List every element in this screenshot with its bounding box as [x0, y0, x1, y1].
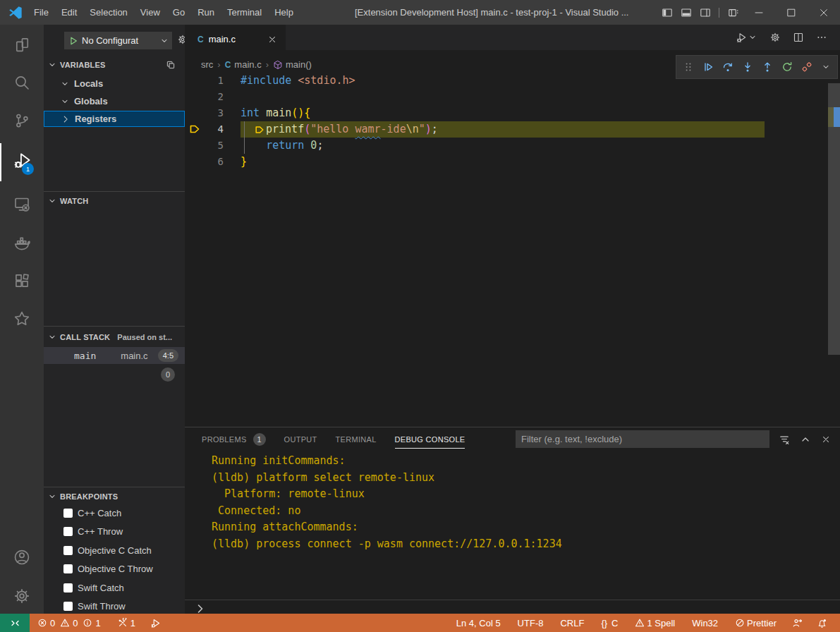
step-into-icon[interactable]: [742, 61, 753, 73]
more-actions-icon[interactable]: [816, 32, 827, 43]
cursor-position[interactable]: Ln 4, Col 5: [448, 614, 509, 632]
editor-tab-bar: C main.c: [185, 25, 840, 50]
tab-label: main.c: [209, 34, 236, 44]
checkbox[interactable]: [63, 564, 73, 573]
activity-settings[interactable]: [0, 577, 44, 615]
section-divider: [44, 191, 185, 192]
close-button[interactable]: [808, 0, 840, 25]
code-line-5[interactable]: 5 return 0;: [185, 138, 840, 154]
minimize-button[interactable]: [743, 0, 775, 25]
tools-status[interactable]: 1: [114, 614, 139, 632]
spell-checker-status[interactable]: 1 Spell: [626, 614, 683, 632]
breakpoint-swift-catch[interactable]: Swift Catch: [44, 578, 185, 597]
menu-file[interactable]: File: [28, 0, 55, 25]
activity-remote-explorer[interactable]: [0, 185, 44, 223]
restart-icon[interactable]: [781, 61, 793, 73]
debug-status-icon[interactable]: [147, 614, 165, 632]
menu-terminal[interactable]: Terminal: [221, 0, 268, 25]
extensions-icon: [13, 272, 30, 289]
breakpoint-objective-c-throw[interactable]: Objective C Throw: [44, 560, 185, 578]
debug-config-dropdown[interactable]: No Configurat: [64, 32, 172, 49]
remote-indicator[interactable]: [0, 614, 30, 632]
code-area[interactable]: 1#include <stdio.h>23int main(){4printf(…: [185, 67, 840, 427]
activity-files[interactable]: [0, 25, 44, 63]
code-line-3[interactable]: 3int main(){: [185, 105, 840, 121]
maximize-button[interactable]: [775, 0, 808, 25]
debug-console-output: Running initCommands:(lldb) platform sel…: [212, 453, 562, 552]
activity-source-control[interactable]: [0, 102, 44, 140]
clear-console-icon[interactable]: [779, 434, 790, 445]
window-title: [Extension Development Host] main.c - te…: [355, 0, 628, 25]
chevron-down-icon: [60, 79, 70, 89]
menu-run[interactable]: Run: [191, 0, 221, 25]
breakpoint-swift-throw[interactable]: Swift Throw: [44, 597, 185, 616]
copy-icon[interactable]: [166, 60, 176, 70]
notifications-bell-icon[interactable]: [810, 614, 834, 632]
breakpoints-section-header[interactable]: BREAKPOINTS: [44, 489, 185, 504]
panel-tab-terminal[interactable]: TERMINAL: [336, 427, 377, 451]
activity-extensions[interactable]: [0, 262, 44, 300]
customize-layout-icon[interactable]: [724, 0, 743, 25]
breakpoint-c-throw[interactable]: C++ Throw: [44, 523, 185, 541]
menu-selection[interactable]: Selection: [83, 0, 133, 25]
breakpoint-objective-c-catch[interactable]: Objective C Catch: [44, 541, 185, 559]
bottom-panel: PROBLEMS1OUTPUTTERMINALDEBUG CONSOLE Run…: [185, 427, 840, 614]
checkbox[interactable]: [63, 527, 73, 536]
activity-run-debug[interactable]: 1: [0, 143, 44, 181]
code-line-6[interactable]: 6}: [185, 154, 840, 170]
debug-toolbar-chevron-icon[interactable]: [821, 62, 831, 72]
layout-sidebar-right-icon[interactable]: [695, 0, 714, 25]
editor-settings-gear-icon[interactable]: [769, 32, 781, 43]
code-line-2[interactable]: 2: [185, 89, 840, 105]
layout-sidebar-icon[interactable]: [657, 0, 676, 25]
platform-indicator[interactable]: Win32: [683, 614, 726, 632]
start-debug-icon[interactable]: [68, 36, 78, 46]
panel-tab-output[interactable]: OUTPUT: [284, 427, 317, 451]
continue-icon[interactable]: [702, 61, 714, 73]
menu-help[interactable]: Help: [268, 0, 300, 25]
variables-section-header[interactable]: VARIABLES: [44, 57, 185, 73]
activity-account[interactable]: [0, 538, 44, 576]
code-line-4[interactable]: 4printf("hello wamr-ide\n");: [185, 121, 840, 138]
problems-status[interactable]: 0 0 1: [34, 614, 104, 632]
tab-close-icon[interactable]: [267, 35, 277, 44]
toolbar-grip-icon[interactable]: [683, 61, 694, 73]
panel-tab-debug-console[interactable]: DEBUG CONSOLE: [395, 427, 465, 451]
language-mode[interactable]: {}C: [592, 614, 626, 632]
step-out-icon[interactable]: [762, 61, 773, 73]
maximize-panel-icon[interactable]: [800, 434, 811, 445]
checkbox[interactable]: [63, 546, 73, 555]
variables-scope-locals[interactable]: Locals: [44, 75, 185, 92]
breakpoint-c-catch[interactable]: C++ Catch: [44, 504, 185, 522]
activity-search[interactable]: [0, 63, 44, 102]
menu-edit[interactable]: Edit: [55, 0, 83, 25]
panel-tab-problems[interactable]: PROBLEMS1: [202, 427, 266, 451]
activity-docker[interactable]: [0, 224, 44, 262]
variables-scope-globals[interactable]: Globals: [44, 92, 185, 110]
debug-console-input[interactable]: [185, 600, 840, 614]
checkbox[interactable]: [63, 509, 73, 518]
menu-go[interactable]: Go: [166, 0, 191, 25]
close-panel-icon[interactable]: [821, 435, 831, 444]
split-editor-icon[interactable]: [793, 32, 804, 43]
encoding-indicator[interactable]: UTF-8: [509, 614, 552, 632]
activity-star[interactable]: [0, 300, 44, 338]
eol-indicator[interactable]: CRLF: [552, 614, 592, 632]
console-filter-input[interactable]: [516, 430, 769, 448]
files-icon: [13, 36, 30, 53]
variables-scope-registers[interactable]: Registers: [44, 111, 185, 127]
checkbox[interactable]: [63, 583, 73, 592]
run-or-debug-icon[interactable]: [736, 32, 757, 43]
formatter-indicator[interactable]: Prettier: [726, 614, 785, 632]
watch-section-header[interactable]: WATCH: [44, 193, 185, 209]
callstack-frame-row[interactable]: main main.c 4:5: [44, 347, 185, 364]
disconnect-icon[interactable]: [801, 61, 812, 73]
step-over-icon[interactable]: [722, 61, 734, 73]
checkbox[interactable]: [63, 602, 73, 611]
feedback-icon[interactable]: [785, 614, 810, 632]
debug-config-label: No Configurat: [82, 35, 159, 46]
layout-panel-icon[interactable]: [676, 0, 695, 25]
tab-main-c[interactable]: C main.c: [185, 25, 286, 50]
warning-icon: [60, 618, 70, 628]
menu-view[interactable]: View: [134, 0, 166, 25]
